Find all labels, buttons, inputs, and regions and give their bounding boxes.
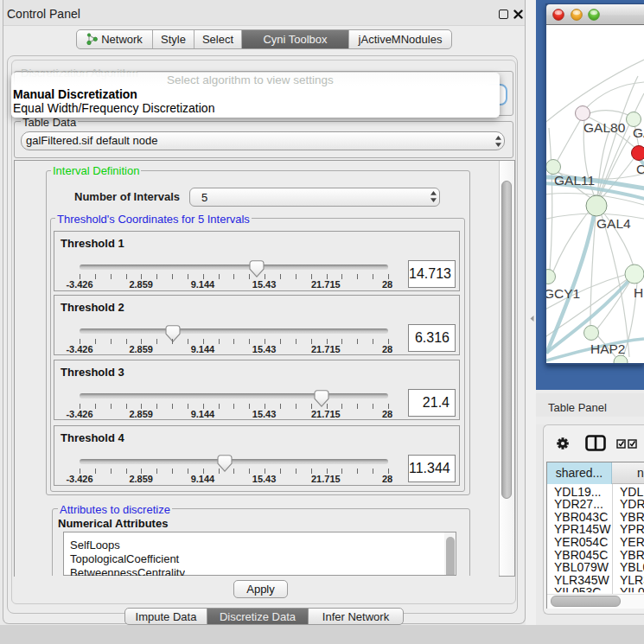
svg-text:GCY1: GCY1 bbox=[546, 286, 580, 301]
svg-text:HAP2: HAP2 bbox=[590, 341, 626, 356]
svg-text:GAL80: GAL80 bbox=[583, 120, 626, 135]
svg-text:GAL11: GAL11 bbox=[554, 173, 595, 188]
svg-text:GA.: GA. bbox=[633, 125, 644, 140]
svg-text:H: H bbox=[634, 285, 643, 300]
svg-text:C: C bbox=[636, 162, 644, 176]
svg-text:GAL4: GAL4 bbox=[596, 216, 631, 231]
